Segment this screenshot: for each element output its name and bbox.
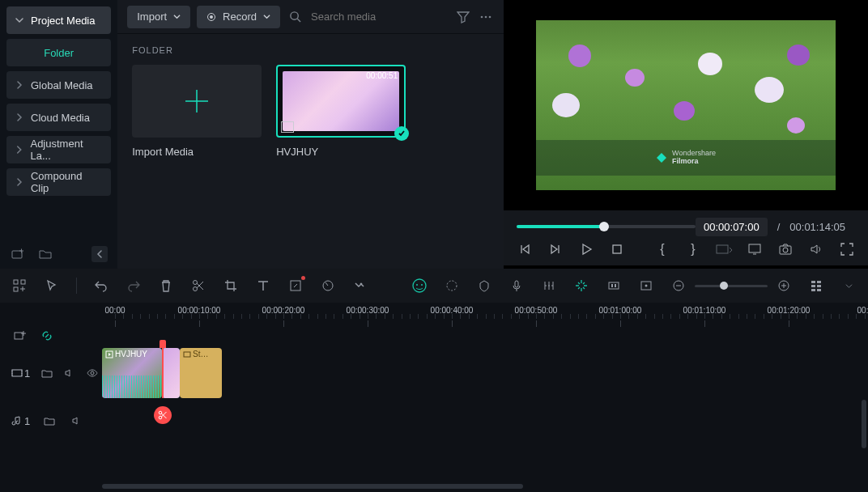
timeline-clip-2[interactable] (162, 348, 180, 398)
filter-icon[interactable] (455, 9, 471, 25)
track-folder-icon[interactable] (41, 413, 57, 429)
svg-rect-26 (615, 284, 616, 287)
svg-rect-34 (817, 285, 821, 287)
svg-rect-38 (12, 370, 22, 376)
import-dropdown[interactable]: Import (127, 6, 190, 28)
svg-rect-36 (817, 289, 821, 291)
svg-rect-13 (21, 280, 25, 284)
chevron-down-icon (173, 13, 181, 20)
undo-icon[interactable] (93, 278, 109, 294)
svg-point-4 (481, 15, 483, 18)
text-icon[interactable] (255, 278, 271, 294)
view-dropdown-icon[interactable] (840, 278, 857, 294)
svg-rect-8 (717, 245, 728, 253)
timeline-clip-3[interactable]: St… (180, 348, 222, 398)
svg-rect-35 (811, 289, 815, 291)
mark-out-button[interactable]: } (685, 241, 701, 257)
crop-icon[interactable] (223, 278, 239, 294)
sidebar-item-cloud-media[interactable]: Cloud Media (6, 104, 111, 131)
speed-icon[interactable] (320, 278, 336, 294)
audio-track-label: 1 (11, 415, 30, 427)
display-button[interactable] (747, 241, 763, 257)
stop-button[interactable] (609, 241, 625, 257)
vertical-scrollbar[interactable] (862, 400, 866, 448)
total-timecode: 00:01:14:05 (789, 221, 855, 233)
split-icon[interactable] (190, 278, 206, 294)
playhead[interactable] (162, 348, 164, 398)
track-folder-icon[interactable] (41, 365, 53, 381)
seek-bar[interactable] (517, 225, 696, 228)
search-icon[interactable] (287, 9, 303, 25)
zoom-out-icon[interactable] (670, 278, 687, 294)
svg-rect-24 (609, 282, 619, 289)
track-add-icon[interactable] (11, 328, 28, 344)
svg-rect-25 (611, 284, 613, 287)
audio-mixer-icon[interactable] (541, 278, 557, 294)
prev-frame-button[interactable] (517, 241, 533, 257)
track-mute-icon[interactable] (69, 413, 85, 429)
video-track-label: 1 (11, 367, 30, 380)
zoom-slider[interactable] (695, 285, 768, 287)
clip-duration: 00:00:51 (366, 71, 398, 80)
more-icon[interactable] (478, 9, 494, 25)
current-timecode[interactable]: 00:00:07:00 (696, 218, 768, 236)
chevron-right-icon (15, 81, 24, 89)
filmstrip-icon (281, 121, 294, 133)
search-input[interactable] (309, 10, 449, 23)
voiceover-icon[interactable] (508, 278, 525, 294)
track-mute-icon[interactable] (64, 365, 75, 381)
snapshot-button[interactable] (777, 241, 794, 257)
project-media-label: Project Media (31, 15, 95, 27)
horizontal-scrollbar[interactable] (102, 484, 858, 489)
sidebar-item-compound-clip[interactable]: Compound Clip (6, 168, 111, 196)
sidebar-item-adjustment-layer[interactable]: Adjustment La... (6, 136, 111, 163)
play-button[interactable] (578, 241, 594, 257)
sidebar-item-label: Cloud Media (31, 112, 90, 124)
import-media-card[interactable]: Import Media (132, 65, 262, 158)
svg-point-3 (290, 12, 297, 19)
zoom-in-icon[interactable] (776, 278, 792, 294)
volume-button[interactable] (808, 241, 824, 257)
svg-rect-12 (14, 280, 18, 284)
svg-rect-41 (184, 352, 190, 357)
video-track: 1 HVJHUY St… (0, 348, 868, 398)
check-icon (394, 126, 409, 141)
track-visibility-icon[interactable] (87, 365, 98, 381)
smart-edit-icon[interactable] (573, 278, 589, 294)
record-dropdown[interactable]: Record (197, 6, 280, 28)
svg-point-22 (447, 281, 457, 291)
keyframe-icon[interactable] (606, 278, 622, 294)
mark-in-button[interactable]: { (654, 241, 670, 257)
next-frame-button[interactable] (547, 241, 564, 257)
link-icon[interactable] (39, 328, 55, 344)
svg-point-19 (413, 279, 426, 292)
project-media-dropdown[interactable]: Project Media (6, 6, 111, 34)
plus-icon (181, 85, 213, 117)
new-folder-icon[interactable] (10, 246, 26, 262)
fullscreen-button[interactable] (839, 241, 855, 257)
resize-icon[interactable] (287, 278, 304, 294)
media-clip-card[interactable]: 00:00:51 HVJHUY (276, 65, 406, 158)
effects-icon[interactable] (444, 278, 460, 294)
sidebar-item-global-media[interactable]: Global Media (6, 71, 111, 99)
quality-dropdown[interactable] (716, 241, 732, 257)
ai-icon[interactable] (411, 278, 428, 294)
folder-tab[interactable]: Folder (6, 39, 111, 66)
select-tool-icon[interactable] (44, 278, 60, 294)
timeline-clip-1[interactable]: HVJHUY (102, 348, 162, 398)
chevron-down-icon (15, 16, 24, 24)
svg-point-2 (210, 15, 213, 19)
svg-rect-31 (811, 281, 815, 283)
preview-canvas[interactable]: WondershareFilmora (504, 0, 868, 210)
marker-icon[interactable] (638, 278, 654, 294)
more-tools-icon[interactable] (352, 278, 368, 294)
redo-icon[interactable] (126, 278, 142, 294)
delete-icon[interactable] (158, 278, 174, 294)
add-track-icon[interactable] (11, 278, 28, 294)
folder-icon[interactable] (37, 246, 53, 262)
chevron-right-icon (15, 178, 24, 186)
timeline-toolbar (0, 269, 868, 303)
collapse-sidebar-button[interactable] (91, 246, 108, 262)
mask-icon[interactable] (476, 278, 492, 294)
view-mode-icon[interactable] (808, 278, 824, 294)
